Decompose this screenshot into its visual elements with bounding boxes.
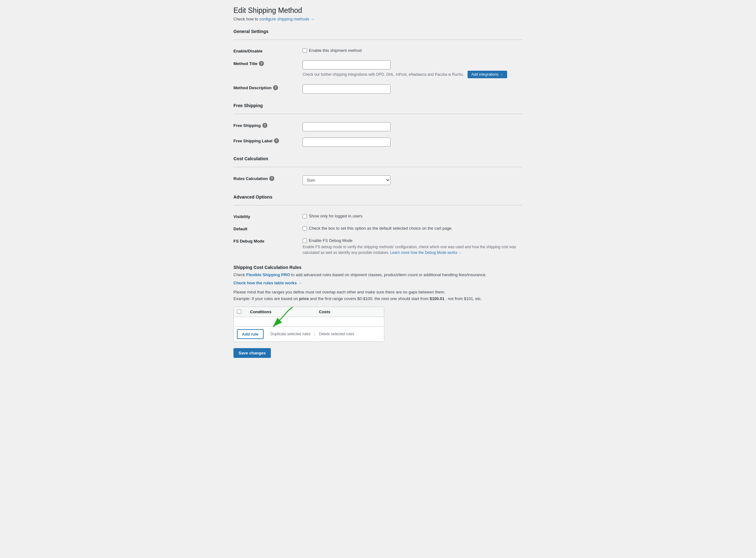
visibility-checkbox[interactable] [303, 214, 307, 218]
free-shipping-label-field-label: Free Shipping Label ? [233, 138, 299, 143]
visibility-field-cell: Show only for logged in users [303, 210, 523, 223]
page-title: Edit Shipping Method [233, 6, 523, 15]
advanced-options-title: Advanced Options [233, 195, 523, 201]
rules-calculation-info-icon: ? [269, 176, 274, 181]
debug-mode-learn-more-link[interactable]: Learn more how the Debug Mode works → [390, 250, 462, 255]
rules-section-title: Shipping Cost Calculation Rules [233, 265, 523, 270]
method-description-label-cell: Method Description ? [233, 81, 303, 97]
rules-table-works-link[interactable]: Check how the rules table works → [233, 281, 302, 285]
fs-debug-mode-field-cell: Enable FS Debug Mode Enable FS debug mod… [303, 235, 523, 259]
rules-calculation-label: Rules Calculation ? [233, 176, 299, 181]
general-settings-table: Enable/Disable Enable this shipment meth… [233, 45, 523, 97]
free-shipping-info-icon: ? [262, 123, 268, 128]
free-shipping-divider [233, 114, 523, 114]
configure-link-text: Check how to configure shipping methods … [233, 17, 523, 21]
free-shipping-input[interactable] [303, 122, 390, 131]
method-description-input[interactable] [303, 84, 390, 94]
delete-selected-rules-button[interactable]: Delete selected rules [315, 330, 358, 338]
cost-calculation-table: Rules Calculation ? Sum Average Min Max [233, 172, 523, 188]
rules-pro-text: Check Flexible Shipping PRO to add advan… [233, 272, 523, 277]
duplicate-selected-rules-button[interactable]: Duplicate selected rules [267, 330, 314, 338]
fs-debug-mode-label-cell: FS Debug Mode [233, 235, 303, 259]
add-rule-button[interactable]: Add rule [237, 329, 263, 339]
method-title-label-cell: Method Title ? [233, 57, 303, 81]
rules-calculation-row: Rules Calculation ? Sum Average Min Max [233, 172, 523, 188]
default-row: Default Check the box to set this option… [233, 223, 523, 235]
method-title-field-cell: Check our further shipping integrations … [303, 57, 523, 81]
rules-actions-bar: Add rule Duplicate selected rules | Dele… [234, 326, 384, 341]
method-description-label: Method Description ? [233, 85, 299, 90]
enable-disable-row: Enable/Disable Enable this shipment meth… [233, 45, 523, 57]
enable-disable-label-cell: Enable/Disable [233, 45, 303, 57]
configure-shipping-link[interactable]: configure shipping methods → [259, 17, 314, 21]
fs-debug-mode-checkbox[interactable] [303, 238, 307, 243]
method-title-info-icon: ? [259, 61, 264, 66]
free-shipping-label-label-cell: Free Shipping Label ? [233, 134, 303, 150]
rules-section: Shipping Cost Calculation Rules Check Fl… [233, 265, 523, 358]
method-title-label: Method Title ? [233, 61, 299, 66]
rules-table-header-checkbox-cell [234, 307, 246, 317]
free-shipping-label-input[interactable] [303, 137, 390, 147]
cost-calculation-title: Cost Calculation [233, 156, 523, 163]
rules-table-container: Conditions Costs Add rule [233, 307, 384, 342]
rules-calculation-label-cell: Rules Calculation ? [233, 172, 303, 188]
general-settings-title: General Settings [233, 29, 523, 36]
visibility-label-cell: Visibility [233, 210, 303, 223]
free-shipping-label-info-icon: ? [274, 138, 279, 143]
rules-table-header: Conditions Costs [234, 307, 384, 317]
default-checkbox-label[interactable]: Check the box to set this option as the … [303, 226, 523, 231]
add-integrations-button[interactable]: Add integrations → [468, 71, 507, 78]
fs-debug-mode-checkbox-label[interactable]: Enable FS Debug Mode [303, 238, 523, 243]
rules-calculation-field-cell: Sum Average Min Max [303, 172, 523, 188]
page-wrapper: Edit Shipping Method Check how to config… [227, 0, 529, 371]
method-title-input[interactable] [303, 60, 390, 70]
free-shipping-table: Free Shipping ? Free Shipping Label ? [233, 119, 523, 150]
enable-disable-field-cell: Enable this shipment method [303, 45, 523, 57]
method-title-row: Method Title ? Check our further shippin… [233, 57, 523, 81]
cost-calculation-divider [233, 167, 523, 167]
default-field-cell: Check the box to set this option as the … [303, 223, 523, 235]
method-description-field-cell [303, 81, 523, 97]
visibility-checkbox-label[interactable]: Show only for logged in users [303, 214, 523, 218]
method-description-row: Method Description ? [233, 81, 523, 97]
free-shipping-field-label: Free Shipping ? [233, 123, 299, 128]
rules-table-costs-header: Costs [315, 307, 384, 317]
free-shipping-label-cell: Free Shipping ? [233, 119, 303, 134]
rules-table-conditions-header: Conditions [246, 307, 315, 317]
visibility-row: Visibility Show only for logged in users [233, 210, 523, 223]
rules-calculation-select[interactable]: Sum Average Min Max [303, 175, 390, 185]
free-shipping-section-title: Free Shipping [233, 103, 523, 110]
add-rule-container: Add rule [234, 327, 267, 341]
default-label-cell: Default [233, 223, 303, 235]
fs-debug-mode-description: Enable FS debug mode to verify the shipp… [303, 244, 523, 255]
advanced-options-divider [233, 205, 523, 205]
method-title-description: Check our further shipping integrations … [303, 71, 523, 78]
free-shipping-field-cell [303, 119, 523, 134]
enable-disable-checkbox-label[interactable]: Enable this shipment method [303, 48, 523, 53]
enable-disable-checkbox[interactable] [303, 48, 307, 53]
rules-note: Please mind that the ranges you define m… [233, 289, 523, 302]
rules-table-body [234, 317, 384, 326]
default-checkbox[interactable] [303, 226, 307, 231]
rules-select-all-checkbox[interactable] [237, 309, 241, 314]
free-shipping-label-field-cell [303, 134, 523, 150]
advanced-options-table: Visibility Show only for logged in users… [233, 210, 523, 259]
free-shipping-row: Free Shipping ? [233, 119, 523, 134]
save-changes-button[interactable]: Save changes [233, 348, 271, 358]
flexible-shipping-pro-link[interactable]: Flexible Shipping PRO [246, 272, 290, 277]
general-settings-divider [233, 40, 523, 40]
method-description-info-icon: ? [273, 85, 278, 90]
fs-debug-mode-row: FS Debug Mode Enable FS Debug Mode Enabl… [233, 235, 523, 259]
enable-disable-label: Enable/Disable [233, 49, 299, 53]
free-shipping-label-row: Free Shipping Label ? [233, 134, 523, 150]
